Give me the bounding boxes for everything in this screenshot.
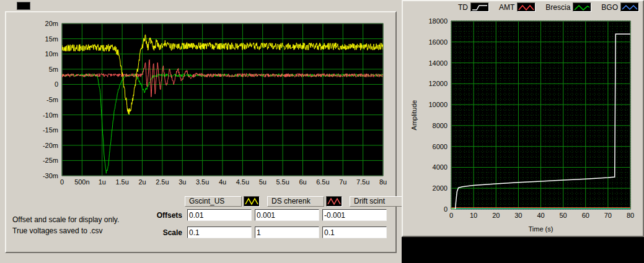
svg-text:16000: 16000: [428, 38, 448, 46]
svg-text:Time (s): Time (s): [529, 225, 554, 233]
svg-text:-25m: -25m: [43, 157, 58, 164]
amplitude-graph[interactable]: 0102030405060708002000400060008000100001…: [404, 11, 642, 235]
note-line-2: True voltages saved to .csv: [12, 225, 119, 236]
svg-text:0: 0: [444, 205, 448, 213]
svg-text:6u: 6u: [299, 178, 306, 186]
svg-text:4u: 4u: [219, 178, 226, 186]
status-indicator: [17, 2, 30, 10]
background-fill: [402, 237, 644, 263]
svg-text:14000: 14000: [428, 59, 448, 67]
legend-label: BGO: [601, 3, 618, 12]
svg-text:6000: 6000: [433, 143, 448, 150]
amplitude-panel: TD AMT Brescia BGO 010203040506070800200…: [402, 0, 644, 237]
amplitude-legend: TD AMT Brescia BGO: [458, 2, 639, 12]
svg-text:50: 50: [560, 212, 567, 219]
svg-text:3.5u: 3.5u: [196, 178, 209, 186]
svg-text:12000: 12000: [428, 80, 448, 87]
svg-text:18000: 18000: [428, 17, 448, 25]
svg-text:-5m: -5m: [46, 96, 58, 103]
svg-text:4000: 4000: [433, 163, 448, 171]
svg-text:0: 0: [60, 178, 64, 186]
svg-text:15m: 15m: [45, 35, 58, 43]
waveform-glyph-icon: [573, 2, 591, 12]
waveform-glyph-icon: [620, 2, 639, 12]
svg-text:60: 60: [582, 212, 589, 219]
svg-text:2u: 2u: [138, 178, 146, 186]
svg-text:5u: 5u: [259, 178, 267, 186]
scale-input-3[interactable]: [322, 226, 387, 238]
svg-text:8000: 8000: [433, 122, 448, 129]
svg-text:2.5u: 2.5u: [156, 178, 169, 186]
legend-entry-td[interactable]: TD: [458, 2, 489, 12]
svg-text:10: 10: [470, 212, 477, 219]
svg-text:1.5u: 1.5u: [115, 178, 128, 186]
svg-text:500n: 500n: [74, 178, 89, 186]
waveform-graph[interactable]: 0500n1u1.5u2u2.5u3u3.5u4u4.5u5u5.5u6u6.5…: [14, 16, 392, 191]
offset-input-1[interactable]: [187, 209, 252, 221]
svg-text:40: 40: [537, 212, 544, 219]
svg-text:5.5u: 5.5u: [276, 178, 289, 186]
svg-text:-20m: -20m: [43, 142, 58, 149]
svg-text:3u: 3u: [179, 178, 186, 186]
legend-label: Drift scint: [350, 196, 407, 207]
svg-text:10m: 10m: [45, 50, 58, 58]
scale-input-2[interactable]: [255, 226, 319, 238]
svg-text:20m: 20m: [45, 20, 58, 27]
svg-text:80: 80: [627, 212, 634, 219]
waveform-legend: Gscint_US DS cherenk Drift scint: [185, 196, 425, 207]
svg-text:6.5u: 6.5u: [316, 178, 329, 186]
svg-text:5m: 5m: [49, 66, 58, 73]
note-line-1: Offset and scale for display only.: [12, 214, 119, 225]
svg-text:-15m: -15m: [43, 126, 58, 134]
svg-text:1u: 1u: [99, 178, 106, 186]
svg-text:2000: 2000: [433, 184, 448, 192]
legend-entry-dscherenk[interactable]: DS cherenk: [267, 196, 342, 207]
legend-label: Brescia: [545, 3, 570, 12]
svg-text:20: 20: [492, 212, 500, 219]
legend-label: AMT: [499, 3, 514, 12]
waveform-glyph-icon: [244, 196, 260, 207]
scale-input-1[interactable]: [187, 226, 252, 238]
svg-text:7.5u: 7.5u: [356, 178, 369, 186]
waveform-glyph-icon: [470, 2, 489, 12]
svg-text:-10m: -10m: [43, 111, 58, 119]
svg-text:10000: 10000: [428, 101, 448, 108]
app-window: { "panel_left": { "legend": [ {"label": …: [0, 0, 644, 263]
svg-text:0: 0: [449, 212, 453, 219]
svg-text:Amplitude: Amplitude: [410, 100, 418, 131]
svg-text:-30m: -30m: [43, 172, 58, 179]
legend-label: DS cherenk: [267, 196, 324, 207]
note-text: Offset and scale for display only. True …: [12, 214, 119, 236]
svg-text:7u: 7u: [339, 178, 346, 186]
legend-label: TD: [458, 3, 468, 12]
svg-text:4.5u: 4.5u: [236, 178, 249, 186]
legend-entry-gscint[interactable]: Gscint_US: [185, 196, 260, 207]
legend-entry-amt[interactable]: AMT: [499, 2, 536, 12]
svg-text:70: 70: [604, 212, 612, 219]
svg-text:0: 0: [55, 80, 58, 88]
legend-entry-brescia[interactable]: Brescia: [545, 2, 591, 12]
legend-entry-bgo[interactable]: BGO: [601, 2, 639, 12]
waveform-glyph-icon: [517, 2, 536, 12]
offset-input-2[interactable]: [255, 209, 319, 221]
svg-text:30: 30: [514, 212, 522, 219]
svg-text:8u: 8u: [379, 178, 387, 186]
waveform-glyph-icon: [326, 196, 342, 207]
offset-input-3[interactable]: [322, 209, 387, 221]
waveform-panel: 0500n1u1.5u2u2.5u3u3.5u4u4.5u5u5.5u6u6.5…: [5, 11, 397, 253]
legend-label: Gscint_US: [185, 196, 242, 207]
